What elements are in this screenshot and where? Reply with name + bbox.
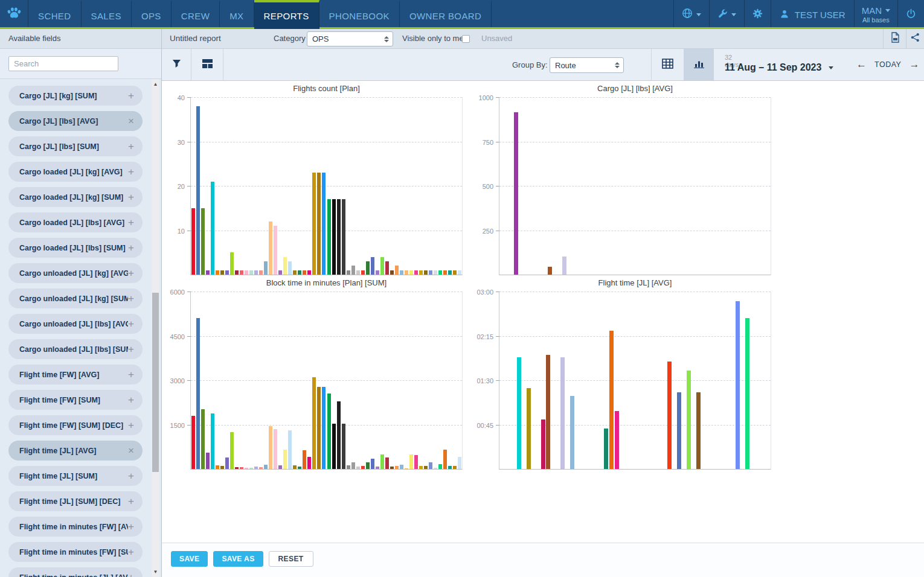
add-field-icon[interactable]: + [128, 167, 134, 177]
available-fields-sidebar: Available fields Cargo [JL] [kg] [SUM]+C… [0, 29, 162, 577]
add-field-icon[interactable]: + [128, 344, 134, 354]
bar [327, 199, 331, 275]
add-field-icon[interactable]: + [128, 141, 134, 151]
group-by-select[interactable]: Route [550, 57, 624, 73]
add-field-icon[interactable]: + [128, 395, 134, 405]
add-field-icon[interactable]: + [128, 268, 134, 278]
nav-tab-reports[interactable]: REPORTS [254, 0, 319, 29]
nav-tab-sched[interactable]: SCHED [28, 0, 82, 29]
add-field-icon[interactable]: + [128, 572, 134, 577]
sidebar-field-item[interactable]: Flight time [FW] [SUM] [DEC]+ [8, 415, 143, 435]
add-field-icon[interactable]: + [128, 217, 134, 228]
filter-button[interactable] [162, 49, 191, 80]
sidebar-field-item[interactable]: Flight time in minutes [FW] [SUM]+ [8, 542, 143, 562]
chart-3: Block time in minutes [Plan] [SUM]600045… [190, 278, 463, 470]
sidebar-field-item[interactable]: Flight time in minutes [JL] [AVG]+ [8, 567, 143, 577]
bar [667, 362, 672, 469]
bar [615, 411, 619, 469]
add-field-icon[interactable]: + [128, 243, 134, 253]
table-view-button[interactable] [651, 49, 684, 80]
nav-tab-phonebook[interactable]: PHONEBOOK [319, 0, 400, 29]
save-as-button[interactable]: SAVE AS [213, 551, 263, 567]
add-field-icon[interactable]: + [128, 420, 134, 430]
previous-period-arrow[interactable]: ← [856, 59, 867, 71]
share-button[interactable] [906, 29, 924, 48]
bar [278, 270, 282, 275]
sidebar-field-item[interactable]: Cargo unloaded [JL] [lbs] [SUM]+ [8, 339, 143, 359]
add-field-icon[interactable]: + [128, 91, 134, 101]
nav-tab-mx[interactable]: MX [220, 0, 254, 29]
add-field-icon[interactable]: + [128, 547, 134, 557]
sidebar-field-item[interactable]: Cargo loaded [JL] [lbs] [AVG]+ [8, 212, 143, 232]
bar [303, 270, 306, 275]
layout-columns-button[interactable] [191, 49, 223, 80]
sidebar-field-item[interactable]: Cargo unloaded [JL] [lbs] [AVG]+ [8, 314, 143, 334]
power-icon [906, 8, 916, 21]
add-field-icon[interactable]: + [128, 293, 134, 304]
sidebar-field-item[interactable]: Cargo unloaded [JL] [kg] [AVG]+ [8, 263, 143, 283]
add-field-icon[interactable]: + [128, 369, 134, 380]
csv-file-icon [890, 32, 900, 45]
sidebar-field-item[interactable]: Flight time in minutes [FW] [AVG]+ [8, 517, 143, 537]
nav-tab-ops[interactable]: OPS [132, 0, 172, 29]
csv-export-button[interactable] [883, 29, 906, 48]
sidebar-field-item[interactable]: Cargo [JL] [lbs] [AVG]× [8, 111, 143, 131]
scroll-up-icon[interactable]: ▲ [152, 81, 159, 87]
category-select[interactable]: OPS [307, 31, 393, 46]
add-field-icon[interactable]: + [128, 521, 134, 532]
bar [514, 112, 518, 275]
bar [405, 468, 408, 469]
settings-gear-button[interactable] [744, 0, 771, 29]
remove-field-icon[interactable]: × [128, 445, 134, 456]
language-globe-button[interactable] [673, 0, 709, 29]
chart-view-button[interactable] [684, 49, 714, 80]
sidebar-field-item[interactable]: Cargo loaded [JL] [kg] [SUM]+ [8, 187, 143, 207]
save-button[interactable]: SAVE [171, 551, 208, 567]
bar [696, 392, 701, 469]
sidebar-field-item[interactable]: Flight time [JL] [SUM]+ [8, 466, 143, 486]
add-field-icon[interactable]: + [128, 496, 134, 506]
base-selector[interactable]: MAN All bases [854, 0, 897, 29]
sidebar-field-item[interactable]: Cargo [JL] [lbs] [SUM]+ [8, 136, 143, 156]
sidebar-field-item[interactable]: Flight time [FW] [SUM]+ [8, 390, 143, 410]
sidebar-field-item[interactable]: Flight time [JL] [SUM] [DEC]+ [8, 491, 143, 511]
nav-tab-owner-board[interactable]: OWNER BOARD [400, 0, 492, 29]
bar [288, 261, 292, 275]
sidebar-field-item[interactable]: Flight time [FW] [AVG]+ [8, 365, 143, 384]
add-field-icon[interactable]: + [128, 192, 134, 202]
base-sub-label: All bases [862, 16, 890, 24]
today-button[interactable]: TODAY [874, 60, 901, 69]
sidebar-field-item[interactable]: Cargo unloaded [JL] [kg] [SUM]+ [8, 288, 143, 308]
group-by-value: Route [555, 61, 576, 70]
sidebar-field-item[interactable]: Flight time [JL] [AVG]× [8, 441, 143, 461]
add-field-icon[interactable]: + [128, 319, 134, 329]
nav-tab-crew[interactable]: CREW [172, 0, 220, 29]
chevron-down-icon [731, 13, 736, 16]
sidebar-field-item[interactable]: Cargo loaded [JL] [lbs] [SUM]+ [8, 238, 143, 258]
user-menu[interactable]: TEST USER [771, 0, 854, 29]
bar [562, 257, 566, 275]
visible-only-checkbox[interactable] [462, 35, 470, 43]
next-period-arrow[interactable]: → [909, 59, 919, 71]
search-input[interactable] [8, 56, 118, 71]
scrollbar-thumb[interactable] [152, 293, 159, 472]
gridline: 250 [499, 231, 771, 231]
sidebar-field-item[interactable]: Cargo [JL] [kg] [SUM]+ [8, 86, 143, 106]
scroll-down-icon[interactable]: ▼ [152, 569, 159, 575]
field-label: Cargo [JL] [lbs] [AVG] [19, 117, 128, 126]
bar [249, 468, 253, 469]
remove-field-icon[interactable]: × [128, 116, 134, 126]
admin-tools-button[interactable] [709, 0, 744, 29]
nav-tab-sales[interactable]: SALES [82, 0, 132, 29]
add-field-icon[interactable]: + [128, 471, 134, 481]
reset-button[interactable]: RESET [269, 551, 313, 567]
bar [438, 270, 442, 275]
sidebar-scrollbar[interactable]: ▲ ▼ [152, 79, 159, 577]
bar [245, 270, 248, 275]
bar [283, 450, 287, 469]
bar [201, 409, 205, 469]
logout-power-button[interactable] [897, 0, 924, 29]
sidebar-field-item[interactable]: Cargo loaded [JL] [kg] [AVG]+ [8, 162, 143, 182]
field-label: Flight time [JL] [SUM] [19, 472, 128, 480]
app-logo-button[interactable] [0, 0, 28, 29]
